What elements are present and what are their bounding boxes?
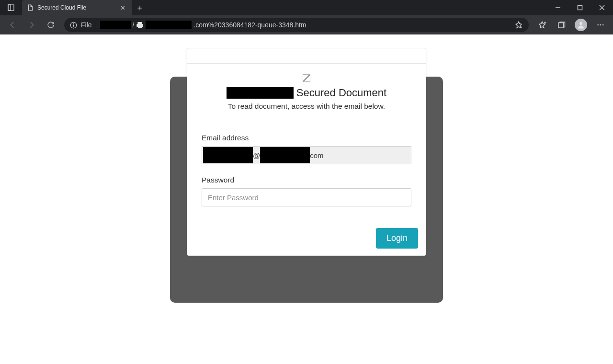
tab-close-button[interactable]: ✕ xyxy=(118,3,127,12)
titlebar: Secured Cloud File ✕ ＋ xyxy=(0,0,613,15)
close-window-button[interactable] xyxy=(591,0,613,15)
svg-rect-3 xyxy=(578,6,582,10)
forward-button[interactable] xyxy=(23,17,40,33)
collections-button[interactable] xyxy=(553,17,570,33)
modal-title: Secured Document xyxy=(202,87,411,99)
url-visible-suffix: .com%20336084182-queue-3348.htm xyxy=(193,21,306,29)
file-icon xyxy=(27,4,34,11)
redacted-segment xyxy=(100,21,131,29)
svg-rect-11 xyxy=(138,25,142,28)
login-modal: Secured Document To read document, acces… xyxy=(187,48,426,256)
email-label: Email address xyxy=(202,134,411,142)
url-scheme: File xyxy=(81,21,92,29)
email-tld: com xyxy=(310,151,323,159)
redacted-segment xyxy=(260,147,310,163)
reader-mode-icon[interactable]: + xyxy=(514,21,523,29)
modal-subtitle: To read document, access with the email … xyxy=(202,102,411,111)
redacted-segment xyxy=(146,21,192,29)
url-separator xyxy=(96,21,96,29)
browser-logo xyxy=(0,0,22,15)
info-icon xyxy=(70,22,77,29)
printer-icon xyxy=(136,22,144,28)
favorites-button[interactable] xyxy=(534,17,551,33)
email-field[interactable]: @ com xyxy=(202,146,411,164)
svg-point-16 xyxy=(579,22,582,25)
svg-text:+: + xyxy=(520,25,522,30)
window-controls xyxy=(547,0,613,15)
svg-point-8 xyxy=(73,23,74,24)
more-menu-button[interactable] xyxy=(592,17,609,33)
modal-header xyxy=(187,48,426,64)
password-input[interactable] xyxy=(202,188,411,206)
new-tab-button[interactable]: ＋ xyxy=(132,0,148,15)
login-button[interactable]: Login xyxy=(376,228,418,249)
url-path: / .com%20336084182-queue-3348.htm xyxy=(100,21,306,29)
browser-tab-active[interactable]: Secured Cloud File ✕ xyxy=(22,0,132,15)
email-at: @ xyxy=(253,151,260,159)
page-viewport: Secured Document To read document, acces… xyxy=(0,34,613,364)
browser-toolbar: File / .com%20336084182-queue-3348.htm + xyxy=(0,15,613,34)
svg-rect-1 xyxy=(8,5,11,11)
back-button[interactable] xyxy=(4,17,21,33)
broken-image-icon xyxy=(303,74,310,82)
maximize-button[interactable] xyxy=(569,0,591,15)
redacted-segment xyxy=(227,87,294,99)
tab-title: Secured Cloud File xyxy=(37,4,114,11)
modal-footer: Login xyxy=(187,221,426,255)
password-label: Password xyxy=(202,176,411,184)
minimize-button[interactable] xyxy=(547,0,569,15)
svg-point-18 xyxy=(600,24,602,26)
svg-point-17 xyxy=(597,24,599,26)
svg-rect-15 xyxy=(558,23,564,28)
profile-avatar[interactable] xyxy=(575,19,587,31)
modal-body: Secured Document To read document, acces… xyxy=(187,64,426,221)
svg-rect-9 xyxy=(138,22,142,24)
address-bar[interactable]: File / .com%20336084182-queue-3348.htm + xyxy=(64,18,529,32)
svg-point-19 xyxy=(602,24,604,26)
refresh-button[interactable] xyxy=(42,17,59,33)
login-form: Email address @ com Password xyxy=(202,134,411,206)
modal-title-text: Secured Document xyxy=(296,87,386,99)
redacted-segment xyxy=(203,147,253,163)
